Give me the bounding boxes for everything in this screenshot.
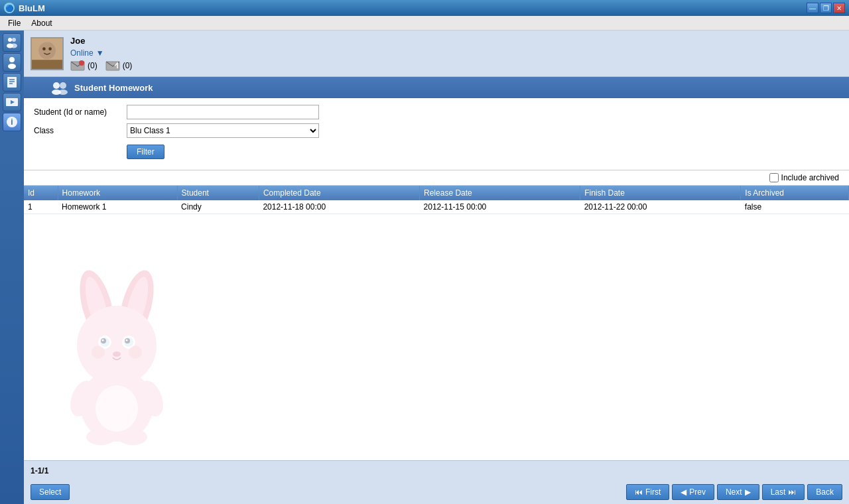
svg-point-26 — [74, 267, 121, 345]
cell-completed: 2012-11-18 00:00 — [259, 200, 419, 214]
cell-archived: false — [741, 200, 849, 214]
inbox-badge: (0) — [70, 60, 98, 71]
first-button[interactable]: ⏮ First — [626, 484, 669, 500]
first-icon: ⏮ — [635, 487, 643, 497]
menu-file[interactable]: File — [3, 17, 26, 29]
svg-point-40 — [92, 346, 105, 359]
select-button[interactable]: Select — [31, 484, 70, 500]
include-archived-checkbox[interactable] — [769, 173, 779, 182]
last-button[interactable]: Last ⏭ — [762, 484, 805, 500]
svg-point-39 — [113, 351, 121, 357]
svg-point-32 — [122, 336, 135, 349]
app-icon: 🔵 — [4, 3, 15, 13]
col-id: Id — [24, 186, 58, 200]
svg-point-31 — [98, 336, 111, 349]
cell-release: 2012-11-15 00:00 — [420, 200, 580, 214]
table-header-row: Id Homework Student Completed Date Relea… — [24, 186, 849, 200]
archived-row: Include archived — [24, 170, 849, 186]
bunny-watermark — [50, 259, 183, 447]
col-archived: Is Archived — [741, 186, 849, 200]
class-label: Class — [34, 126, 120, 135]
last-icon: ⏭ — [788, 487, 796, 497]
svg-point-37 — [102, 340, 104, 342]
col-finish: Finish Date — [580, 186, 741, 200]
svg-point-0 — [8, 38, 12, 42]
table-container: Id Homework Student Completed Date Relea… — [24, 186, 849, 460]
sidebar-icon-info[interactable]: i — [3, 113, 21, 131]
svg-point-20 — [79, 60, 84, 66]
sidebar-icon-users[interactable] — [3, 33, 21, 52]
menubar: File About — [0, 16, 849, 31]
minimize-button[interactable]: — — [807, 3, 818, 13]
sidebar-icon-person[interactable] — [3, 53, 21, 72]
user-info: Joe Online ▼ (0) — [70, 36, 132, 71]
titlebar-title: 🔵 BluLM — [4, 3, 45, 13]
col-homework: Homework — [58, 186, 177, 200]
menu-about[interactable]: About — [26, 17, 57, 29]
pagination-bar: 1-1/1 — [24, 460, 849, 480]
avatar — [31, 37, 64, 70]
user-status[interactable]: Online ▼ — [70, 48, 132, 58]
sidebar-icon-notes[interactable] — [3, 73, 21, 92]
svg-point-38 — [126, 340, 128, 342]
svg-point-4 — [9, 57, 15, 62]
homework-table: Id Homework Student Completed Date Relea… — [24, 186, 849, 214]
restore-button[interactable]: ❐ — [820, 3, 832, 13]
page-title: Student Homework — [74, 83, 153, 93]
svg-point-29 — [121, 275, 153, 337]
svg-point-1 — [12, 38, 16, 42]
col-release: Release Date — [420, 186, 580, 200]
svg-point-16 — [42, 47, 46, 50]
bottom-buttons: Select ⏮ First ◀ Prev Next ▶ Last ⏭ — [24, 480, 849, 504]
sidebar: i — [0, 31, 24, 504]
svg-rect-6 — [7, 77, 17, 88]
svg-point-17 — [48, 47, 52, 50]
filter-row: Filter — [34, 142, 839, 159]
sidebar-icon-media[interactable] — [3, 93, 21, 111]
student-input[interactable] — [127, 105, 319, 119]
class-select[interactable]: Blu Class 1 Blu Class 2 — [127, 123, 319, 138]
svg-point-30 — [77, 306, 157, 385]
back-button[interactable]: Back — [807, 484, 842, 500]
user-name: Joe — [70, 36, 132, 46]
nav-buttons: ⏮ First ◀ Prev Next ▶ Last ⏭ Back — [626, 484, 842, 500]
content-area: Joe Online ▼ (0) — [24, 31, 849, 504]
svg-point-15 — [38, 42, 56, 59]
svg-point-47 — [118, 429, 147, 445]
prev-button[interactable]: ◀ Prev — [672, 484, 714, 500]
main-layout: i Joe Online ▼ — [0, 31, 849, 504]
svg-point-41 — [129, 346, 142, 359]
page-info: 1-1/1 — [31, 466, 48, 475]
table-body: 1 Homework 1 Cindy 2012-11-18 00:00 2012… — [24, 200, 849, 214]
prev-icon: ◀ — [681, 487, 686, 497]
include-archived-label: Include archived — [781, 173, 839, 182]
cell-id: 1 — [24, 200, 58, 214]
svg-point-33 — [100, 338, 109, 347]
svg-point-35 — [101, 338, 106, 344]
filter-button[interactable]: Filter — [127, 145, 164, 159]
page-header: Student Homework — [24, 77, 849, 98]
svg-text:i: i — [11, 117, 13, 127]
inbox-count: (0) — [88, 61, 98, 70]
outbox-count: (0) — [123, 61, 133, 70]
svg-point-45 — [135, 377, 167, 420]
titlebar-controls: — ❐ ✕ — [807, 3, 845, 13]
svg-point-27 — [113, 267, 161, 345]
svg-point-36 — [125, 338, 130, 344]
close-button[interactable]: ✕ — [833, 3, 845, 13]
student-label: Student (Id or name) — [34, 107, 120, 117]
student-row: Student (Id or name) — [34, 105, 839, 119]
table-row[interactable]: 1 Homework 1 Cindy 2012-11-18 00:00 2012… — [24, 200, 849, 214]
svg-point-34 — [124, 338, 133, 347]
next-button[interactable]: Next ▶ — [717, 484, 759, 500]
svg-point-3 — [11, 44, 17, 48]
svg-point-42 — [80, 369, 153, 442]
form-area: Student (Id or name) Class Blu Class 1 B… — [24, 98, 849, 170]
page-header-icon — [50, 80, 69, 95]
cell-finish: 2012-11-22 00:00 — [580, 200, 741, 214]
next-icon: ▶ — [745, 487, 751, 497]
svg-point-25 — [58, 90, 68, 95]
svg-point-43 — [96, 385, 138, 432]
col-student: Student — [177, 186, 259, 200]
outbox-badge: (0) — [105, 60, 133, 71]
